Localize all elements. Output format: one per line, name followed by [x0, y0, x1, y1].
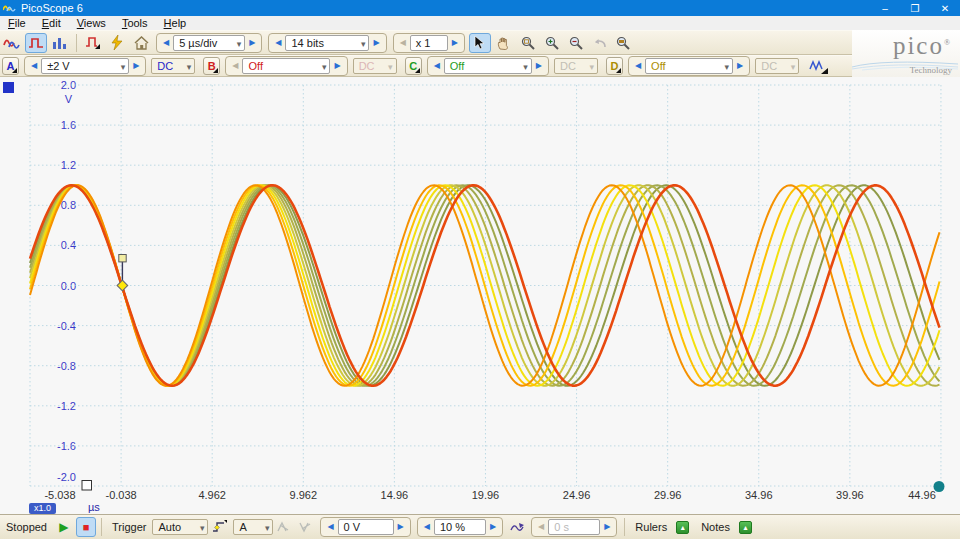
chevron-down-icon: ▾ [322, 60, 327, 74]
range-b-increase-icon[interactable]: ▶ [330, 58, 344, 74]
close-icon[interactable]: ✕ [930, 0, 960, 16]
probe-wizard-button[interactable] [106, 33, 128, 53]
menu-file[interactable]: File [0, 16, 34, 30]
resolution-increase-icon[interactable]: ▶ [369, 35, 383, 51]
rulers-badge-icon[interactable]: ▴ [676, 521, 689, 534]
status-bar: Stopped ▶ ■ Trigger Auto ▾ A ▾ ◀ [0, 514, 960, 539]
advanced-trigger-2-button[interactable] [296, 517, 316, 537]
pretrigger-value[interactable]: 10 % [434, 519, 486, 535]
channel-d-range-select[interactable]: Off ▾ [645, 58, 733, 74]
trigger-mode-select[interactable]: Auto ▾ [152, 519, 208, 535]
channel-b-range-select[interactable]: Off ▾ [242, 58, 330, 74]
home-button[interactable] [130, 33, 152, 53]
zoom-increase-icon[interactable]: ▶ [448, 35, 462, 51]
pico-technology-logo: pico® Technology [852, 30, 960, 77]
delay-decrease-icon[interactable]: ◀ [534, 519, 548, 535]
zoom-in-icon [545, 36, 559, 50]
delay-increase-icon[interactable]: ▶ [600, 519, 614, 535]
zoom-factor-value[interactable]: x 1 [410, 35, 448, 51]
resolution-select[interactable]: 14 bits ▾ [285, 35, 369, 51]
square-wave-more-icon [85, 36, 101, 50]
undo-arrow-icon [593, 37, 607, 49]
menu-views[interactable]: Views [69, 16, 114, 30]
range-c-decrease-icon[interactable]: ◀ [430, 58, 444, 74]
timebase-control: ◀ 5 µs/div ▾ ▶ [156, 33, 262, 53]
scope-view[interactable]: V 2.01.61.20.80.40.0-0.4-0.8-1.2-1.6-2.0… [0, 77, 960, 514]
trigger-edge-button[interactable] [209, 517, 229, 537]
cursor-arrow-icon [474, 36, 485, 50]
math-channels-button[interactable] [806, 56, 832, 76]
level-decrease-icon[interactable]: ◀ [323, 519, 337, 535]
chevron-down-icon: ▾ [589, 60, 594, 74]
channel-b-coupling-select[interactable]: DC ▾ [353, 58, 397, 74]
channel-a-range-select[interactable]: ±2 V ▾ [41, 58, 129, 74]
axis-offset-handle[interactable] [82, 481, 92, 491]
chevron-down-icon: ▾ [121, 60, 126, 74]
trigger-delay-control: ◀ 0 s ▶ [531, 517, 617, 537]
channels-toolbar: A ◀ ±2 V ▾ ▶ DC ▾ B ◀ Off ▾ ▶ DC ▾ C [0, 55, 960, 77]
scope-view-button[interactable] [1, 33, 23, 53]
timebase-decrease-icon[interactable]: ◀ [159, 35, 173, 51]
pretrigger-increase-icon[interactable]: ▶ [486, 519, 500, 535]
zoom-full-icon [616, 36, 631, 50]
level-increase-icon[interactable]: ▶ [394, 519, 408, 535]
channel-c-range-select[interactable]: Off ▾ [444, 58, 532, 74]
trigger-delay-value[interactable]: 0 s [548, 519, 600, 535]
range-b-decrease-icon[interactable]: ◀ [228, 58, 242, 74]
channel-c-button[interactable]: C [405, 57, 422, 75]
channel-d-coupling-select[interactable]: DC ▾ [755, 58, 799, 74]
spectrum-mode-button[interactable] [49, 33, 71, 53]
trigger-time-button[interactable] [507, 517, 527, 537]
notes-label: Notes [695, 521, 736, 533]
more-views-button[interactable] [82, 33, 104, 53]
menu-help[interactable]: Help [156, 16, 195, 30]
pointer-tool-button[interactable] [469, 33, 491, 53]
timebase-increase-icon[interactable]: ▶ [245, 35, 259, 51]
main-toolbar: ◀ 5 µs/div ▾ ▶ ◀ 14 bits ▾ ▶ ◀ x 1 ▶ [0, 30, 960, 55]
end-of-capture-marker[interactable] [934, 481, 945, 492]
menu-tools[interactable]: Tools [114, 16, 156, 30]
channel-a-coupling-select[interactable]: DC ▾ [151, 58, 195, 74]
channel-d-button[interactable]: D [606, 57, 623, 75]
square-wave-icon [28, 36, 44, 50]
range-d-decrease-icon[interactable]: ◀ [631, 58, 645, 74]
range-c-increase-icon[interactable]: ▶ [532, 58, 546, 74]
picoscope-window: PicoScope 6 – ❐ ✕ FileEditViewsToolsHelp [0, 0, 960, 539]
notes-badge-icon[interactable]: ▴ [739, 521, 752, 534]
window-title: PicoScope 6 [21, 2, 83, 14]
undo-zoom-button[interactable] [589, 33, 611, 53]
trigger-level-value[interactable]: 0 V [338, 519, 394, 535]
channel-a-button[interactable]: A [2, 57, 19, 75]
chevron-down-icon: ▾ [265, 521, 270, 535]
pretrigger-decrease-icon[interactable]: ◀ [420, 519, 434, 535]
zoom-decrease-icon[interactable]: ◀ [396, 35, 410, 51]
play-icon: ▶ [59, 520, 68, 534]
chevron-down-icon: ▾ [200, 521, 205, 535]
stop-button[interactable]: ■ [76, 517, 96, 537]
minimize-icon[interactable]: – [870, 0, 900, 16]
start-button[interactable]: ▶ [54, 517, 74, 537]
run-state-label: Stopped [0, 521, 53, 533]
channel-c-coupling-select[interactable]: DC ▾ [554, 58, 598, 74]
trigger-arrow-icon [510, 521, 525, 534]
marquee-zoom-button[interactable] [517, 33, 539, 53]
advanced-trigger-button[interactable] [274, 517, 294, 537]
menu-edit[interactable]: Edit [34, 16, 69, 30]
range-a-increase-icon[interactable]: ▶ [129, 58, 143, 74]
trigger-source-select[interactable]: A ▾ [233, 519, 273, 535]
timebase-select[interactable]: 5 µs/div ▾ [173, 35, 245, 51]
corner-triangle-icon [415, 68, 420, 73]
zoom-in-button[interactable] [541, 33, 563, 53]
channel-b-button[interactable]: B [203, 57, 220, 75]
range-d-increase-icon[interactable]: ▶ [733, 58, 747, 74]
zoom-box-icon [521, 36, 535, 50]
resolution-decrease-icon[interactable]: ◀ [271, 35, 285, 51]
restore-icon[interactable]: ❐ [900, 0, 930, 16]
persistence-mode-button[interactable] [25, 33, 47, 53]
sine-waves-icon [3, 36, 21, 50]
zoom-full-button[interactable] [613, 33, 635, 53]
zoom-out-button[interactable] [565, 33, 587, 53]
range-a-decrease-icon[interactable]: ◀ [27, 58, 41, 74]
zoom-out-icon [569, 36, 583, 50]
pan-tool-button[interactable] [493, 33, 515, 53]
